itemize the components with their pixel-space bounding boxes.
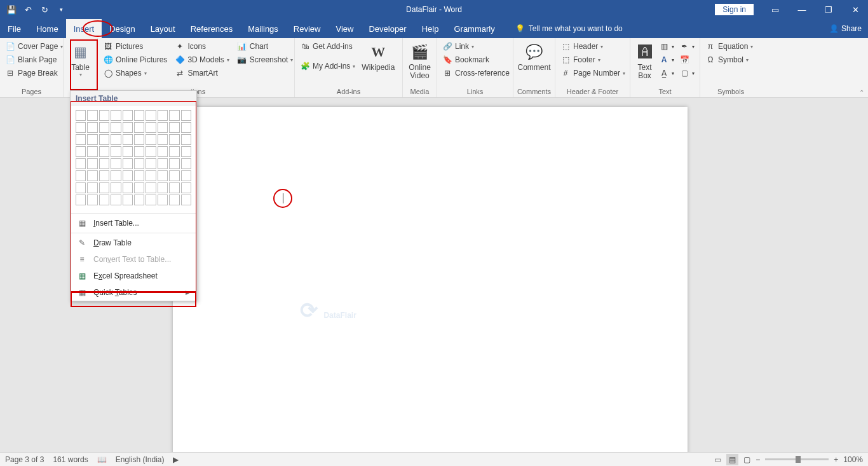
grid-cell[interactable] (76, 110, 86, 121)
grid-cell[interactable] (76, 146, 86, 157)
my-addins-button[interactable]: 🧩My Add-ins (299, 60, 356, 72)
3d-models-button[interactable]: 🔷3D Models (173, 54, 230, 65)
share-button[interactable]: 👤 Share (829, 24, 862, 33)
grid-cell[interactable] (146, 195, 156, 205)
grid-cell[interactable] (123, 110, 133, 121)
maximize-icon[interactable]: ❐ (816, 0, 841, 19)
pictures-button[interactable]: 🖼Pictures (102, 41, 168, 52)
tab-references[interactable]: References (183, 19, 240, 38)
blank-page-button[interactable]: 📄Blank Page (4, 54, 64, 65)
grid-cell[interactable] (111, 122, 121, 133)
collapse-ribbon-icon[interactable]: ⌃ (859, 89, 864, 96)
grid-cell[interactable] (123, 146, 133, 157)
web-layout-icon[interactable]: ▢ (743, 455, 750, 464)
grid-cell[interactable] (134, 134, 144, 145)
symbol-button[interactable]: ΩSymbol (704, 54, 754, 65)
tab-grammarly[interactable]: Grammarly (446, 19, 502, 38)
document-page[interactable]: ⟳ DataFlair (173, 107, 688, 452)
grid-cell[interactable] (87, 134, 97, 145)
page-break-button[interactable]: ⊟Page Break (4, 67, 64, 79)
status-page[interactable]: Page 3 of 3 (5, 455, 44, 464)
status-words[interactable]: 161 words (53, 455, 88, 464)
tab-help[interactable]: Help (414, 19, 447, 38)
grid-cell[interactable] (87, 170, 97, 181)
grid-cell[interactable] (169, 146, 179, 157)
grid-cell[interactable] (146, 182, 156, 193)
comment-button[interactable]: 💬 Comment (519, 41, 550, 72)
bookmark-button[interactable]: 🔖Bookmark (441, 54, 511, 65)
tab-home[interactable]: Home (29, 19, 66, 38)
grid-cell[interactable] (111, 110, 121, 121)
grid-cell[interactable] (158, 158, 168, 169)
zoom-in-icon[interactable]: + (834, 455, 838, 464)
grid-cell[interactable] (158, 122, 168, 133)
grid-cell[interactable] (181, 110, 191, 121)
qat-customize-icon[interactable]: ▾ (55, 3, 67, 16)
grid-cell[interactable] (76, 182, 86, 193)
tab-layout[interactable]: Layout (143, 19, 183, 38)
grid-cell[interactable] (169, 170, 179, 181)
get-addins-button[interactable]: 🛍Get Add-ins (299, 41, 356, 52)
grid-cell[interactable] (181, 182, 191, 193)
grid-cell[interactable] (169, 182, 179, 193)
quick-tables-menu-item[interactable]: ▦Quick Tables▶ (71, 284, 196, 301)
grid-cell[interactable] (87, 195, 97, 205)
screenshot-button[interactable]: 📷Screenshot (236, 54, 295, 65)
tab-insert[interactable]: Insert (66, 19, 102, 38)
tab-developer[interactable]: Developer (361, 19, 414, 38)
grid-cell[interactable] (146, 146, 156, 157)
grid-cell[interactable] (181, 170, 191, 181)
ribbon-display-icon[interactable]: ▭ (763, 0, 788, 19)
grid-cell[interactable] (158, 182, 168, 193)
wikipedia-button[interactable]: W Wikipedia (360, 41, 396, 72)
grid-cell[interactable] (111, 158, 121, 169)
grid-cell[interactable] (99, 134, 109, 145)
grid-cell[interactable] (111, 134, 121, 145)
tab-mailings[interactable]: Mailings (240, 19, 286, 38)
table-size-grid[interactable] (71, 106, 196, 212)
insert-table-menu-item[interactable]: ▦Insert Table... (71, 215, 196, 231)
grid-cell[interactable] (146, 110, 156, 121)
grid-cell[interactable] (134, 182, 144, 193)
grid-cell[interactable] (169, 110, 179, 121)
cross-reference-button[interactable]: ⊞Cross-reference (441, 67, 511, 79)
grid-cell[interactable] (158, 110, 168, 121)
grid-cell[interactable] (134, 158, 144, 169)
grid-cell[interactable] (181, 146, 191, 157)
header-button[interactable]: ⬚Header (559, 41, 627, 52)
grid-cell[interactable] (146, 122, 156, 133)
grid-cell[interactable] (158, 146, 168, 157)
grid-cell[interactable] (123, 195, 133, 205)
zoom-level[interactable]: 100% (843, 455, 863, 464)
zoom-slider[interactable] (765, 458, 829, 460)
zoom-out-icon[interactable]: − (756, 455, 760, 464)
grid-cell[interactable] (169, 158, 179, 169)
grid-cell[interactable] (87, 122, 97, 133)
grid-cell[interactable] (134, 122, 144, 133)
grid-cell[interactable] (76, 134, 86, 145)
grid-cell[interactable] (87, 110, 97, 121)
print-layout-icon[interactable]: ▤ (726, 454, 738, 465)
footer-button[interactable]: ⬚Footer (559, 54, 627, 65)
grid-cell[interactable] (111, 146, 121, 157)
draw-table-menu-item[interactable]: ✎Draw Table (71, 235, 196, 251)
minimize-icon[interactable]: — (789, 0, 815, 19)
grid-cell[interactable] (99, 146, 109, 157)
grid-cell[interactable] (169, 195, 179, 205)
link-button[interactable]: 🔗Link (441, 41, 511, 52)
grid-cell[interactable] (76, 122, 86, 133)
grid-cell[interactable] (99, 158, 109, 169)
grid-cell[interactable] (181, 122, 191, 133)
grid-cell[interactable] (111, 182, 121, 193)
grid-cell[interactable] (123, 122, 133, 133)
excel-spreadsheet-menu-item[interactable]: ▦Excel Spreadsheet (71, 268, 196, 284)
grid-cell[interactable] (76, 195, 86, 205)
read-mode-icon[interactable]: ▭ (714, 455, 721, 464)
status-language[interactable]: English (India) (116, 455, 165, 464)
icons-button[interactable]: ✦Icons (173, 41, 230, 52)
grid-cell[interactable] (146, 158, 156, 169)
grid-cell[interactable] (76, 158, 86, 169)
grid-cell[interactable] (134, 170, 144, 181)
equation-button[interactable]: πEquation (704, 41, 754, 52)
save-icon[interactable]: 💾 (5, 3, 18, 16)
